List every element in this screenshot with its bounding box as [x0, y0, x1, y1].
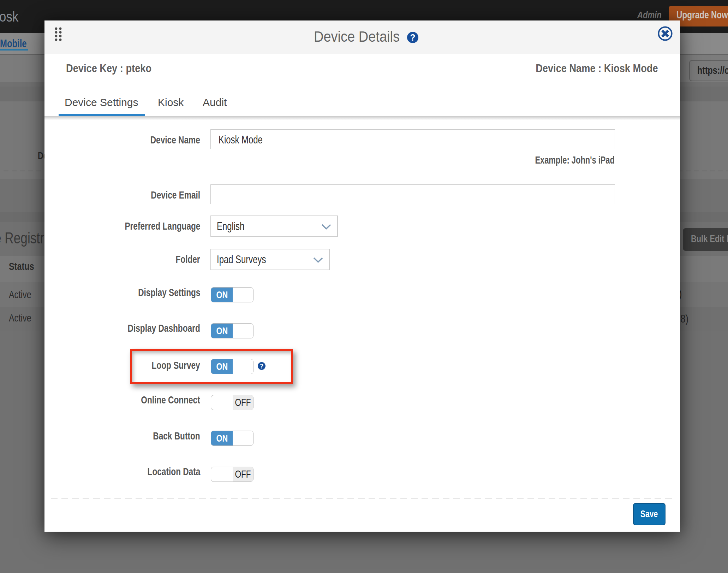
svg-text:?: ? [410, 33, 415, 42]
